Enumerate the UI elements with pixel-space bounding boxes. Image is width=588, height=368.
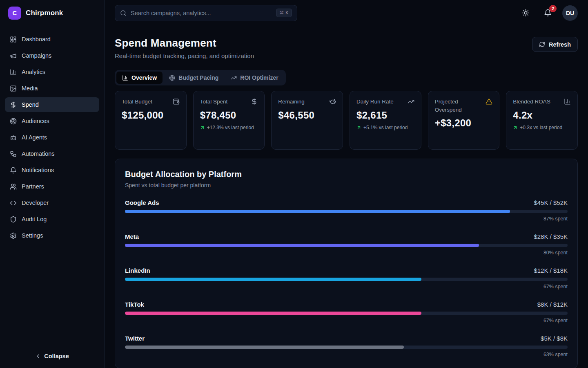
sidebar-item-label: Media [22,85,38,92]
stat-cards: Total Budget $125,000 Total Spent $78,45… [115,91,578,150]
stat-value: $2,615 [356,110,414,121]
sidebar-item-campaigns[interactable]: Campaigns [5,48,99,63]
stat-label: Remaining [278,98,305,106]
sidebar-item-label: Partners [22,183,44,190]
theme-toggle-button[interactable] [518,6,533,20]
progress-bar-track [125,210,568,213]
allocation-title: Budget Allocation by Platform [125,170,568,179]
sidebar-item-label: Settings [22,232,43,239]
sidebar-item-notifications[interactable]: Notifications [5,163,99,177]
sidebar-item-label: Campaigns [22,52,51,59]
stat-label: Daily Run Rate [356,98,394,106]
sidebar-item-label: Audiences [22,118,49,124]
sidebar-item-analytics[interactable]: Analytics [5,65,99,79]
piggy-bank-icon [329,98,336,105]
notification-count-badge: 2 [549,5,557,12]
sidebar-item-audiences[interactable]: Audiences [5,114,99,128]
collapse-label: Collapse [44,353,69,359]
stat-value: $46,550 [278,110,336,121]
warning-icon [486,98,492,105]
tab-overview[interactable]: Overview [116,72,163,84]
platform-amounts: $8K / $12K [537,301,568,308]
search-icon [120,10,127,16]
stat-delta: +12.3% vs last period [200,124,258,131]
search-bar[interactable]: ⌘ K [115,5,297,21]
platform-name: TikTok [125,301,144,308]
sidebar-item-label: Spend [22,101,39,108]
stat-label: Blended ROAS [513,98,550,106]
sidebar-item-ai-agents[interactable]: AI Agents [5,130,99,145]
progress-bar-fill [125,312,421,315]
sidebar-item-settings[interactable]: Settings [5,228,99,243]
progress-bar-track [125,312,568,315]
progress-bar-fill [125,210,510,213]
stat-value: $125,000 [122,110,180,121]
budget-allocation-card: Budget Allocation by Platform Spent vs t… [115,159,578,368]
keyboard-shortcut-badge: ⌘ K [276,9,292,17]
gear-icon [10,232,17,239]
platform-name: LinkedIn [125,267,150,274]
arrow-up-right-icon [513,125,518,130]
tab-label: Overview [131,74,157,81]
stat-card-daily-run-rate: Daily Run Rate $2,615 +5.1% vs last peri… [350,91,421,150]
stat-delta-text: +12.3% vs last period [207,124,254,131]
stat-label: Total Spent [200,98,228,106]
stat-delta-text: +5.1% vs last period [363,124,408,131]
sidebar-item-partners[interactable]: Partners [5,179,99,194]
platform-list: Google Ads $45K / $52K 87% spent Meta $2… [125,199,568,357]
stat-card-remaining: Remaining $46,550 [271,91,343,150]
tab-roi-optimizer[interactable]: ROI Optimizer [225,72,284,84]
sidebar-item-label: Dashboard [22,36,51,43]
tab-budget-pacing[interactable]: Budget Pacing [163,72,224,84]
stat-delta: +5.1% vs last period [356,124,414,131]
shield-icon [10,216,17,223]
code-icon [10,200,17,206]
platform-percent-label: 63% spent [125,352,568,357]
sidebar-collapse-button[interactable]: Collapse [0,344,104,368]
search-input[interactable] [131,10,272,16]
sidebar-item-label: Analytics [22,69,45,75]
platform-percent-label: 80% spent [125,250,568,256]
app-window: C Chirpmonk Dashboard Campaigns Analytic… [0,0,588,368]
topbar: ⌘ K 2 DU [105,0,588,26]
megaphone-icon [10,52,17,59]
bar-chart-icon [122,75,128,81]
progress-bar-track [125,244,568,247]
stat-label: Total Budget [122,98,152,106]
progress-bar-fill [125,346,404,349]
sidebar-item-developer[interactable]: Developer [5,195,99,210]
robot-icon [10,134,17,141]
page-title: Spend Management [115,37,254,49]
stat-value: 4.2x [513,110,571,121]
sidebar-item-audit-log[interactable]: Audit Log [5,212,99,227]
dashboard-icon [10,36,17,43]
arrow-up-right-icon [356,125,361,130]
sidebar-item-spend[interactable]: Spend [5,97,99,112]
progress-bar-track [125,278,568,281]
progress-bar-fill [125,278,421,281]
refresh-label: Refresh [549,41,571,48]
stat-value: +$3,200 [435,117,493,129]
stat-card-blended-roas: Blended ROAS 4.2x +0.3x vs last period [506,91,578,150]
arrow-up-right-icon [200,125,205,130]
sidebar-item-media[interactable]: Media [5,81,99,96]
sidebar-item-label: AI Agents [22,134,47,141]
platform-percent-label: 67% spent [125,284,568,289]
progress-bar-track [125,346,568,349]
tab-label: ROI Optimizer [240,74,278,81]
main-area: ⌘ K 2 DU Spend Management Real-time budg… [105,0,588,368]
chevron-left-icon [35,353,41,359]
refresh-icon [539,41,545,47]
sidebar-item-automations[interactable]: Automations [5,146,99,161]
page-subtitle: Real-time budget tracking, pacing, and o… [115,52,254,59]
platform-name: Meta [125,233,139,240]
sidebar: C Chirpmonk Dashboard Campaigns Analytic… [0,0,105,368]
users-icon [10,183,17,190]
user-avatar[interactable]: DU [562,5,578,21]
bar-chart-icon [564,98,571,105]
notifications-button[interactable]: 2 [540,6,555,20]
refresh-button[interactable]: Refresh [532,37,578,52]
platform-amounts: $12K / $18K [534,267,568,274]
image-icon [10,85,17,92]
sidebar-item-dashboard[interactable]: Dashboard [5,32,99,47]
